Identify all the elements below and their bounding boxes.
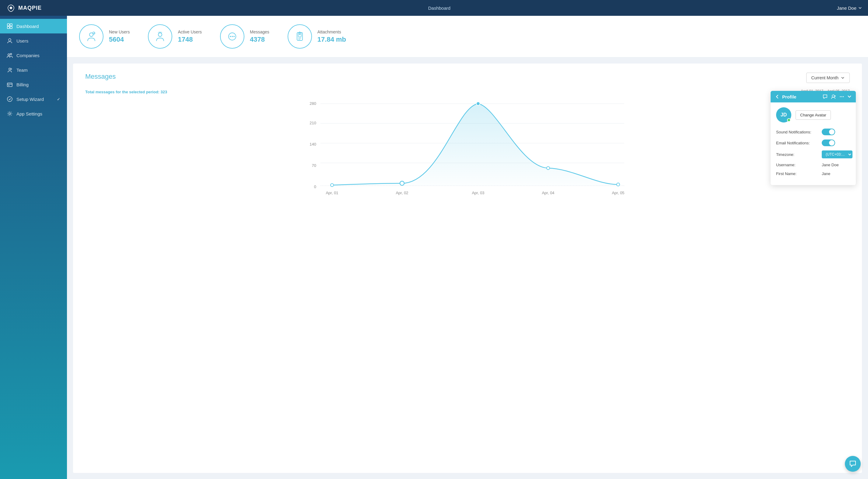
profile-field-email-notifications: Email Notifications:: [776, 139, 850, 146]
profile-field-sound-notifications: Sound Notifications:: [776, 129, 850, 135]
sidebar-item-team[interactable]: Team: [0, 63, 67, 77]
timezone-select[interactable]: (UTC+03:...: [822, 150, 852, 158]
x-label-4: Apr, 04: [542, 191, 554, 195]
chart-subtitle: Total messages for the selected period: …: [85, 90, 167, 94]
sidebar-label-team: Team: [17, 67, 28, 73]
sidebar-label-billing: Billing: [17, 82, 29, 87]
svg-point-0: [10, 7, 12, 9]
profile-panel: Profile: [771, 91, 856, 185]
x-label-3: Apr, 03: [472, 191, 484, 195]
sidebar-label-companies: Companies: [17, 53, 39, 58]
dashboard-icon: [7, 23, 13, 29]
chart-section: Messages Current Month Total messages fo…: [73, 64, 862, 473]
svg-rect-3: [7, 27, 9, 29]
back-arrow-icon: [775, 94, 780, 99]
active-users-circle: [148, 24, 172, 48]
user-menu[interactable]: Jane Doe: [837, 5, 862, 11]
chart-total: 323: [161, 90, 167, 94]
active-users-icon: [154, 31, 166, 42]
email-notifications-label: Email Notifications:: [776, 141, 819, 145]
username-value: Jane Doe: [822, 163, 839, 167]
new-users-info: New Users 5604: [109, 30, 130, 43]
chart-svg: 280 210 140 70 0: [85, 98, 850, 213]
chart-wrapper: 280 210 140 70 0: [85, 98, 850, 213]
setup-wizard-icon: [7, 96, 13, 102]
messages-icon: [226, 31, 238, 42]
active-users-value: 1748: [178, 36, 202, 43]
chart-title: Messages: [85, 73, 116, 80]
chat-icon[interactable]: [823, 94, 828, 99]
sidebar-item-setup-wizard[interactable]: Setup Wizard ✓: [0, 92, 67, 106]
topbar: MAQPIE Dashboard Jane Doe: [0, 0, 868, 16]
period-selector-label: Current Month: [811, 75, 838, 80]
datapoint-1: [331, 183, 334, 186]
y-label-280: 280: [310, 101, 316, 106]
new-users-icon: [86, 31, 97, 42]
logo-text: MAQPIE: [18, 5, 42, 11]
profile-field-username: Username: Jane Doe: [776, 163, 850, 167]
sidebar-label-setup-wizard: Setup Wizard: [17, 97, 44, 102]
svg-point-7: [10, 54, 12, 55]
sidebar-item-dashboard[interactable]: Dashboard: [0, 19, 67, 33]
period-selector[interactable]: Current Month: [806, 73, 850, 83]
chat-fab-button[interactable]: [845, 456, 861, 472]
datapoint-5: [617, 183, 620, 186]
chat-fab-icon: [849, 460, 857, 468]
svg-point-27: [832, 95, 835, 97]
svg-point-29: [841, 96, 842, 97]
new-users-value: 5604: [109, 36, 130, 43]
y-label-140: 140: [310, 142, 316, 146]
online-status-dot: [787, 118, 791, 122]
username-label: Username:: [776, 163, 819, 167]
svg-point-12: [9, 113, 11, 114]
active-users-label: Active Users: [178, 30, 202, 34]
svg-point-8: [9, 68, 11, 70]
attachments-value: 17.84 mb: [317, 36, 346, 43]
users-icon: [7, 38, 13, 44]
app-settings-icon: [7, 111, 13, 117]
user-name: Jane Doe: [837, 5, 857, 11]
messages-info: Messages 4378: [250, 30, 269, 43]
profile-avatar: JD: [776, 107, 791, 123]
messages-circle: [220, 24, 244, 48]
first-name-value: Jane: [822, 171, 830, 176]
sidebar-label-users: Users: [17, 38, 28, 43]
change-avatar-button[interactable]: Change Avatar: [796, 110, 831, 120]
more-options-icon[interactable]: [839, 94, 844, 99]
datapoint-3: [476, 102, 480, 105]
stat-new-users: New Users 5604: [79, 24, 130, 48]
attachments-circle: [288, 24, 312, 48]
profile-panel-title: Profile: [782, 94, 820, 99]
setup-wizard-check-icon: ✓: [57, 97, 60, 102]
panel-chevron-down-icon[interactable]: [847, 95, 851, 99]
svg-point-17: [230, 36, 231, 37]
stat-active-users: Active Users 1748: [148, 24, 202, 48]
attachments-label: Attachments: [317, 30, 346, 34]
timezone-label: Timezone:: [776, 152, 819, 157]
companies-icon: [7, 52, 13, 58]
period-chevron-icon: [841, 76, 844, 80]
new-users-circle: [79, 24, 103, 48]
svg-point-6: [8, 54, 10, 56]
add-user-icon[interactable]: [831, 94, 836, 99]
sound-notifications-label: Sound Notifications:: [776, 130, 819, 134]
sidebar-item-billing[interactable]: Billing: [0, 77, 67, 92]
y-label-210: 210: [310, 121, 316, 125]
new-users-label: New Users: [109, 30, 130, 34]
attachments-icon: [294, 31, 306, 42]
profile-back-button[interactable]: [775, 94, 780, 99]
chevron-down-icon: [858, 6, 862, 10]
email-notifications-toggle[interactable]: [822, 139, 835, 146]
sidebar-item-companies[interactable]: Companies: [0, 48, 67, 63]
messages-label: Messages: [250, 30, 269, 34]
sidebar-item-app-settings[interactable]: App Settings: [0, 106, 67, 121]
panel-actions: [823, 94, 851, 99]
layout: Dashboard Users Companies: [0, 16, 868, 479]
sidebar: Dashboard Users Companies: [0, 16, 67, 479]
profile-panel-body: JD Change Avatar Sound Notifications: Em…: [771, 102, 856, 185]
sound-notifications-toggle[interactable]: [822, 129, 835, 135]
sidebar-item-users[interactable]: Users: [0, 33, 67, 48]
svg-point-18: [231, 36, 233, 37]
logo: MAQPIE: [6, 3, 42, 13]
profile-field-timezone: Timezone: (UTC+03:...: [776, 150, 850, 158]
